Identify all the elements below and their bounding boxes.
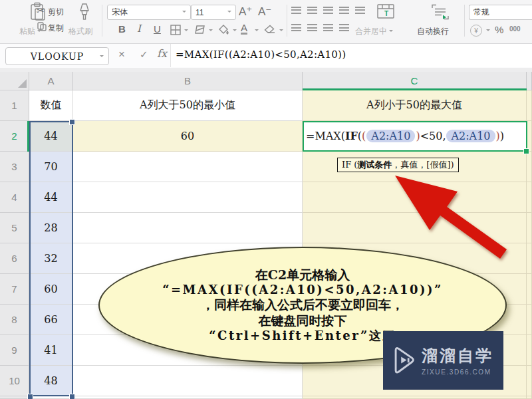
align-right-button[interactable]: [323, 23, 334, 33]
chevron-down-icon[interactable]: [255, 29, 259, 33]
align-left-button[interactable]: [291, 23, 302, 33]
range-handle-icon[interactable]: [69, 394, 75, 399]
cell-A6[interactable]: 32: [29, 243, 73, 274]
cell-B2[interactable]: 60: [73, 121, 303, 152]
decrease-font-button[interactable]: A⁻: [258, 6, 271, 17]
cell-B5[interactable]: [73, 213, 303, 243]
align-middle-button[interactable]: [307, 5, 318, 15]
wrap-text-button[interactable]: 自动换行: [417, 26, 449, 37]
row-header-6[interactable]: 6: [0, 243, 29, 274]
column-header-C[interactable]: C: [303, 72, 527, 90]
align-top-icon: [291, 7, 301, 14]
font-size-select[interactable]: 11: [191, 5, 236, 20]
row-header-9[interactable]: 9: [0, 335, 29, 366]
row-header-5[interactable]: 5: [0, 213, 29, 243]
cancel-button[interactable]: ×: [118, 48, 125, 61]
justify-button[interactable]: [338, 23, 350, 33]
currency-format-icon[interactable]: ¥: [470, 25, 482, 37]
number-format-select[interactable]: 常规: [469, 5, 532, 20]
chevron-down-icon[interactable]: [184, 29, 188, 33]
row-header-3[interactable]: 3: [0, 152, 29, 182]
cell-A9[interactable]: 41: [29, 335, 73, 366]
cell-D7-partial[interactable]: [527, 274, 532, 305]
cell-B1[interactable]: A列大于50的最小值: [73, 90, 303, 121]
font-name-select[interactable]: 宋体: [107, 5, 191, 20]
cell-C1[interactable]: A列小于50的最大值: [303, 90, 527, 121]
align-right-icon: [323, 24, 333, 31]
cell-B10[interactable]: [73, 366, 303, 396]
cell-D9-partial[interactable]: [527, 335, 532, 366]
cell-D5-partial[interactable]: [527, 213, 532, 243]
eraser-icon[interactable]: [264, 25, 276, 35]
cell-D11-partial: [527, 396, 532, 399]
name-box[interactable]: VLOOKUP: [5, 47, 109, 65]
row-header-4[interactable]: 4: [0, 182, 29, 213]
cell-C4[interactable]: [303, 182, 527, 213]
cell-B11-partial: [73, 396, 303, 399]
cell-C5[interactable]: [303, 213, 527, 243]
format-painter-button[interactable]: 格式刷: [68, 26, 92, 37]
row-header-1[interactable]: 1: [0, 90, 29, 121]
cell-A1[interactable]: 数值: [29, 90, 73, 121]
cell-D3-partial[interactable]: [527, 152, 532, 182]
formula-segment: ): [500, 130, 504, 142]
font-color-button[interactable]: A: [241, 23, 247, 35]
cell-A7[interactable]: 60: [29, 274, 73, 305]
cell-D4-partial[interactable]: [527, 182, 532, 213]
cell-D2-partial[interactable]: [527, 121, 532, 152]
bold-button[interactable]: B: [118, 24, 126, 34]
thousands-separator-button[interactable]: 000: [509, 25, 521, 33]
cell-A8[interactable]: 66: [29, 305, 73, 335]
chevron-down-icon[interactable]: [100, 55, 104, 59]
cell-D6-partial[interactable]: [527, 243, 532, 274]
select-all-corner[interactable]: [0, 72, 29, 90]
column-header-B[interactable]: B: [73, 72, 303, 90]
copy-button[interactable]: 复制: [48, 23, 64, 34]
merge-center-icon[interactable]: T: [376, 3, 395, 19]
cut-button[interactable]: 剪切: [48, 7, 64, 18]
italic-button[interactable]: I: [137, 24, 141, 34]
range-handle-icon[interactable]: [69, 119, 75, 125]
merge-center-button[interactable]: 合并居中: [355, 26, 393, 37]
align-center-button[interactable]: [307, 23, 318, 33]
borders-icon[interactable]: [170, 25, 181, 35]
percent-format-button[interactable]: %: [495, 25, 503, 35]
chevron-down-icon[interactable]: [279, 29, 283, 33]
insert-function-button[interactable]: fx: [157, 47, 167, 60]
cell-A5[interactable]: 28: [29, 213, 73, 243]
align-bottom-button[interactable]: [323, 5, 334, 15]
shading-icon[interactable]: [194, 25, 205, 35]
cell-B3[interactable]: [73, 152, 303, 182]
cell-A3[interactable]: 70: [29, 152, 73, 182]
formula-bar-text[interactable]: =MAX(IF((A2:A10)<50,A2:A10)): [176, 49, 346, 61]
cell-A10[interactable]: 48: [29, 366, 73, 396]
column-header-A[interactable]: A: [29, 72, 73, 90]
fill-color-bucket-icon[interactable]: [218, 24, 229, 35]
range-handle-icon[interactable]: [27, 394, 33, 399]
cell-A4[interactable]: 44: [29, 182, 73, 213]
column-header-D-partial[interactable]: [527, 72, 532, 90]
copy-icon: [37, 22, 47, 31]
underline-button[interactable]: U: [154, 24, 161, 34]
cell-D1-partial[interactable]: [527, 90, 532, 121]
fill-handle-icon[interactable]: [523, 148, 529, 154]
cell-D8-partial[interactable]: [527, 305, 532, 335]
row-header-2[interactable]: 2: [0, 121, 29, 152]
cell-A2[interactable]: 44: [29, 121, 73, 152]
confirm-button[interactable]: ✓: [140, 49, 148, 61]
chevron-down-icon[interactable]: [233, 29, 237, 33]
align-top-button[interactable]: [291, 5, 302, 15]
cell-B4[interactable]: [73, 182, 303, 213]
chevron-down-icon[interactable]: [486, 29, 490, 33]
row-header-10[interactable]: 10: [0, 366, 29, 396]
row-header-8[interactable]: 8: [0, 305, 29, 335]
format-painter-icon[interactable]: [76, 3, 92, 21]
cell-C2-active-edit[interactable]: =MAX(IF((A2:A10)<50,A2:A10)): [303, 121, 527, 152]
cell-D10-partial[interactable]: [527, 366, 532, 396]
wrap-text-icon[interactable]: [431, 3, 450, 21]
decrease-indent-button[interactable]: [338, 5, 350, 15]
increase-font-button[interactable]: A⁺: [239, 6, 252, 17]
increase-indent-button[interactable]: [354, 5, 366, 15]
chevron-down-icon[interactable]: [209, 29, 213, 33]
row-header-7[interactable]: 7: [0, 274, 29, 305]
